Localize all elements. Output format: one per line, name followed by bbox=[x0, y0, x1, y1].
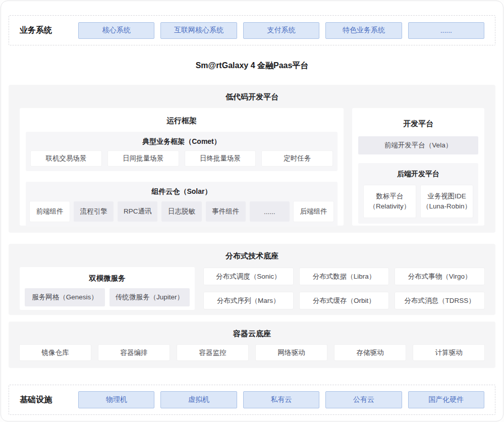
solar-item-event-component: 事件组件 bbox=[206, 201, 246, 222]
backend-item-relativity: 数标平台 （Relativity） bbox=[364, 185, 416, 218]
business-system-box-more: ...... bbox=[408, 22, 484, 39]
comet-title: 典型业务框架（Comet） bbox=[31, 136, 332, 146]
platform-title: Sm@rtGalaxy 4 金融Paas平台 bbox=[1, 60, 503, 71]
comet-item-eod-batch: 日终批量场景 bbox=[185, 151, 256, 166]
lowcode-section: 低代码开发平台 运行框架 典型业务框架（Comet） 联机交易场景 日间批量场景… bbox=[9, 85, 495, 233]
comet-item-timed-task: 定时任务 bbox=[262, 151, 332, 166]
infrastructure-box-public-cloud: 公有云 bbox=[325, 391, 402, 408]
backend-item-luna-robin-line2: （Luna-Robin） bbox=[422, 201, 471, 212]
distributed-services-grid: 分布式调度（Sonic） 分布式数据（Libra） 分布式事物（Virgo） 分… bbox=[204, 268, 484, 310]
solar-item-rpc: RPC通讯 bbox=[118, 201, 157, 222]
dual-mode-item-genesis: 服务网格（Genesis） bbox=[25, 288, 105, 306]
runtime-framework-title: 运行框架 bbox=[26, 116, 338, 126]
container-base-items: 镜像仓库 容器编排 容器监控 网络驱动 存储驱动 计算驱动 bbox=[20, 345, 484, 360]
distributed-item-sonic: 分布式调度（Sonic） bbox=[204, 268, 293, 285]
infrastructure-box-vm: 虚拟机 bbox=[160, 391, 237, 408]
distributed-body: 双模微服务 服务网格（Genesis） 传统微服务（Jupiter） 分布式调度… bbox=[20, 267, 484, 310]
solar-item-process-engine: 流程引擎 bbox=[74, 201, 114, 222]
infrastructure-row: 基础设施 物理机 虚拟机 私有云 公有云 国产化硬件 bbox=[9, 385, 495, 415]
infrastructure-label: 基础设施 bbox=[20, 395, 72, 405]
business-system-box-payment: 支付系统 bbox=[243, 22, 319, 39]
frontend-dev-platform-chip: 前端开发平台（Vela） bbox=[358, 136, 478, 154]
lowcode-title: 低代码开发平台 bbox=[20, 91, 484, 102]
infrastructure-box-physical: 物理机 bbox=[78, 391, 154, 408]
business-systems-label: 业务系统 bbox=[20, 25, 72, 36]
solar-item-log-masking: 日志脱敏 bbox=[161, 201, 201, 222]
backend-item-relativity-line2: （Relativity） bbox=[369, 201, 411, 212]
container-base-title: 容器云底座 bbox=[20, 328, 484, 339]
distributed-item-orbit: 分布式缓存（Orbit） bbox=[300, 292, 389, 309]
business-system-box-special: 特色业务系统 bbox=[325, 22, 402, 39]
backend-dev-platform-items: 数标平台 （Relativity） 业务视图IDE （Luna-Robin） bbox=[364, 185, 473, 218]
distributed-base-title: 分布式技术底座 bbox=[20, 250, 484, 261]
comet-item-day-batch: 日间批量场景 bbox=[108, 151, 179, 166]
distributed-item-mars: 分布式序列（Mars） bbox=[204, 292, 293, 309]
backend-item-luna-robin-line1: 业务视图IDE bbox=[427, 191, 466, 201]
backend-dev-platform-title: 后端开发平台 bbox=[364, 169, 473, 179]
distributed-item-virgo: 分布式事物（Virgo） bbox=[395, 268, 484, 285]
solar-item-frontend-component: 前端组件 bbox=[30, 201, 70, 222]
backend-item-relativity-line1: 数标平台 bbox=[376, 191, 404, 201]
dual-mode-microservices-title: 双模微服务 bbox=[25, 273, 190, 283]
infrastructure-box-private-cloud: 私有云 bbox=[243, 391, 319, 408]
dual-mode-item-jupiter: 传统微服务（Jupiter） bbox=[109, 288, 190, 306]
comet-item-online-trade: 联机交易场景 bbox=[31, 151, 101, 166]
lowcode-body: 运行框架 典型业务框架（Comet） 联机交易场景 日间批量场景 日终批量场景 … bbox=[20, 108, 484, 226]
container-item-compute-driver: 计算驱动 bbox=[413, 345, 484, 360]
dev-platform-title: 开发平台 bbox=[358, 119, 478, 129]
dual-mode-microservices-panel: 双模微服务 服务网格（Genesis） 传统微服务（Jupiter） bbox=[20, 267, 195, 310]
comet-items: 联机交易场景 日间批量场景 日终批量场景 定时任务 bbox=[31, 151, 332, 166]
distributed-item-tdrss: 分布式消息（TDRSS） bbox=[395, 292, 484, 309]
container-item-storage-driver: 存储驱动 bbox=[334, 345, 406, 360]
architecture-diagram: 业务系统 核心系统 互联网核心系统 支付系统 特色业务系统 ...... Sm@… bbox=[1, 1, 503, 421]
container-item-image-repo: 镜像仓库 bbox=[20, 345, 91, 360]
container-item-network-driver: 网络驱动 bbox=[256, 345, 327, 360]
dev-platform-panel: 开发平台 前端开发平台（Vela） 后端开发平台 数标平台 （Relativit… bbox=[352, 108, 484, 226]
solar-title: 组件云仓（Solar） bbox=[30, 186, 333, 196]
solar-item-more: ...... bbox=[250, 201, 290, 222]
container-base-section: 容器云底座 镜像仓库 容器编排 容器监控 网络驱动 存储驱动 计算驱动 bbox=[9, 322, 495, 368]
infrastructure-box-domestic-hw: 国产化硬件 bbox=[408, 391, 484, 408]
dual-mode-items: 服务网格（Genesis） 传统微服务（Jupiter） bbox=[25, 288, 190, 306]
business-system-box-core: 核心系统 bbox=[78, 22, 154, 39]
solar-items: 前端组件 流程引擎 RPC通讯 日志脱敏 事件组件 ...... 后端组件 bbox=[30, 201, 333, 222]
container-item-orchestration: 容器编排 bbox=[98, 345, 170, 360]
container-item-monitoring: 容器监控 bbox=[177, 345, 248, 360]
business-systems-row: 业务系统 核心系统 互联网核心系统 支付系统 特色业务系统 ...... bbox=[9, 15, 495, 45]
distributed-base-section: 分布式技术底座 双模微服务 服务网格（Genesis） 传统微服务（Jupite… bbox=[9, 244, 495, 315]
backend-dev-platform-group: 后端开发平台 数标平台 （Relativity） 业务视图IDE （Luna-R… bbox=[358, 163, 478, 224]
business-system-box-internet-core: 互联网核心系统 bbox=[160, 22, 237, 39]
comet-group: 典型业务框架（Comet） 联机交易场景 日间批量场景 日终批量场景 定时任务 bbox=[26, 132, 338, 171]
solar-item-backend-component: 后端组件 bbox=[294, 201, 333, 222]
distributed-item-libra: 分布式数据（Libra） bbox=[300, 268, 389, 285]
solar-group: 组件云仓（Solar） 前端组件 流程引擎 RPC通讯 日志脱敏 事件组件 ..… bbox=[26, 182, 338, 227]
runtime-framework-panel: 运行框架 典型业务框架（Comet） 联机交易场景 日间批量场景 日终批量场景 … bbox=[20, 108, 344, 226]
backend-item-luna-robin: 业务视图IDE （Luna-Robin） bbox=[421, 185, 473, 218]
